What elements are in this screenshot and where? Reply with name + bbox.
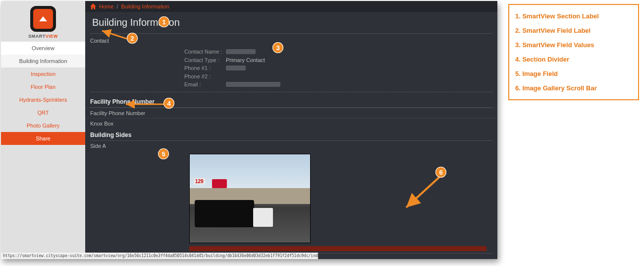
legend-item-5: 5. Image Field	[515, 66, 632, 81]
legend-item-1: 1. SmartView Section Label	[515, 9, 632, 23]
sidebar-item-share[interactable]: Share	[1, 132, 85, 145]
cocacola-sign-icon	[212, 179, 227, 188]
app-shell: SMARTVIEW Overview Building Information …	[1, 1, 497, 259]
callout-2: 2	[127, 33, 138, 44]
legend-item-4: 4. Section Divider	[515, 52, 632, 66]
home-icon[interactable]	[90, 3, 96, 9]
sign-129: 129	[194, 178, 205, 185]
breadcrumb-current[interactable]: Building Information	[121, 3, 169, 9]
sidebar-item-building-information[interactable]: Building Information	[1, 55, 85, 67]
legend-panel: 1. SmartView Section Label 2. SmartView …	[508, 4, 639, 100]
legend-item-6: 6. Image Gallery Scroll Bar	[515, 81, 632, 95]
svg-line-2	[406, 176, 441, 207]
page-title: Building Information	[85, 12, 497, 33]
side-a-label: Side A	[85, 141, 497, 151]
up-arrow-icon	[39, 16, 47, 21]
contact-type-value: Primary Contact	[226, 56, 265, 65]
breadcrumb-sep: /	[116, 3, 118, 9]
phone2-label: Phone #2 :	[184, 72, 224, 81]
sidebar-item-floor-plan[interactable]: Floor Plan	[1, 80, 85, 93]
sidebar-item-qrt[interactable]: QRT	[1, 106, 85, 119]
breadcrumb-home[interactable]: Home	[99, 3, 113, 9]
contact-fields: Contact Name : Contact Type :Primary Con…	[184, 48, 497, 89]
breadcrumb: Home / Building Information	[85, 1, 497, 12]
callout-5: 5	[158, 148, 169, 159]
logo-icon	[30, 6, 56, 32]
contact-type-label: Contact Type :	[184, 56, 224, 65]
contact-name-value	[226, 49, 256, 54]
brand-logo: SMARTVIEW	[1, 1, 85, 42]
callout-1: 1	[159, 16, 169, 27]
building-photo-a[interactable]: 129	[189, 154, 311, 243]
building-sides-header: Building Sides	[85, 129, 497, 140]
contact-name-label: Contact Name :	[184, 48, 224, 56]
sidebar-item-inspection[interactable]: Inspection	[1, 67, 85, 80]
phone1-value	[226, 66, 246, 70]
legend-item-2: 2. SmartView Field Label	[515, 23, 632, 38]
knox-box-row[interactable]: Knox Box	[85, 118, 497, 129]
sidebar-item-photo-gallery[interactable]: Photo Gallery	[1, 119, 85, 132]
dashed-divider	[90, 92, 492, 92]
phone1-label: Phone #1 :	[184, 64, 224, 72]
contact-section: Contact	[85, 34, 497, 48]
sidebar-item-hydrants-sprinklers[interactable]: Hydrants-Sprinklers	[1, 93, 85, 106]
sidebar-item-overview[interactable]: Overview	[1, 42, 85, 55]
status-bar-url: https://smartview.cityscape-suite.com/sm…	[1, 253, 318, 259]
arrow-2-icon	[99, 29, 129, 44]
brand-text: SMARTVIEW	[28, 34, 58, 39]
sidebar: SMARTVIEW Overview Building Information …	[1, 1, 85, 259]
callout-6: 6	[435, 167, 446, 178]
email-value	[226, 82, 280, 87]
main-panel: Home / Building Information Building Inf…	[85, 1, 497, 259]
callout-3: 3	[272, 42, 283, 53]
email-label: Email :	[184, 80, 224, 89]
image-frame: 129	[189, 154, 311, 243]
legend-item-3: 3. SmartView Field Values	[515, 38, 632, 52]
arrow-4-icon	[123, 99, 167, 109]
image-gallery-scrollbar[interactable]	[189, 246, 486, 251]
brand-smart: SMART	[28, 34, 46, 39]
callout-4: 4	[163, 98, 174, 109]
svg-line-0	[102, 31, 127, 39]
arrow-6-icon	[401, 174, 446, 213]
brand-view: VIEW	[46, 34, 58, 39]
